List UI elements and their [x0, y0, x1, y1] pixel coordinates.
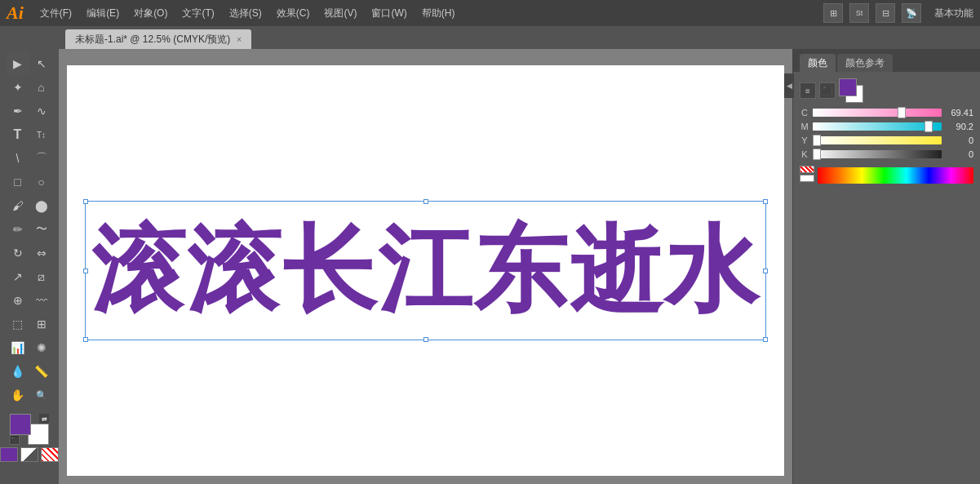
- color-swatch-area: ⇄ ⬛: [10, 414, 49, 445]
- menu-object[interactable]: 对象(O): [127, 5, 174, 22]
- tool-row-11: ⊕ 〰: [2, 289, 57, 312]
- k-slider-row: K 0: [800, 149, 973, 159]
- handle-top-left[interactable]: [83, 199, 88, 204]
- menu-icon-panels[interactable]: ⊟: [876, 3, 895, 23]
- menu-icon-st[interactable]: St: [849, 3, 869, 23]
- menu-items: 文件(F) 编辑(E) 对象(O) 文字(T) 选择(S) 效果(C) 视图(V…: [33, 5, 823, 22]
- handle-top-right[interactable]: [763, 199, 768, 204]
- lasso-tool[interactable]: ⌂: [30, 76, 53, 99]
- menu-icon-broadcast[interactable]: 📡: [902, 3, 921, 23]
- handle-bottom-right[interactable]: [763, 337, 768, 342]
- menu-icon-grid[interactable]: ⊞: [823, 3, 843, 23]
- pencil-tool[interactable]: ✏: [7, 218, 29, 241]
- c-label: C: [800, 108, 809, 118]
- warp-tool[interactable]: 〰: [30, 289, 53, 312]
- eyedropper-tool[interactable]: 💧: [7, 360, 29, 383]
- menu-help[interactable]: 帮助(H): [415, 5, 462, 22]
- blob-brush-tool[interactable]: ⬤: [30, 194, 53, 217]
- y-slider-row: Y 0: [800, 135, 973, 145]
- menu-select[interactable]: 选择(S): [223, 5, 268, 22]
- foreground-color-swatch[interactable]: [10, 414, 31, 435]
- shear-tool[interactable]: ⧄: [30, 265, 53, 288]
- measure-tool[interactable]: 📏: [30, 360, 53, 383]
- m-slider-track[interactable]: [813, 122, 942, 131]
- menu-bar: Ai 文件(F) 编辑(E) 对象(O) 文字(T) 选择(S) 效果(C) 视…: [0, 0, 980, 26]
- color-spectrum-bar[interactable]: [818, 167, 973, 184]
- selection-tool[interactable]: ▶: [7, 52, 29, 75]
- default-colors-icon[interactable]: ⬛: [10, 435, 20, 445]
- fg-color-sq[interactable]: [839, 78, 857, 96]
- rect-tool[interactable]: □: [7, 171, 29, 193]
- line-tool[interactable]: \: [7, 147, 29, 170]
- k-label: K: [800, 149, 809, 159]
- main-layout: ▶ ↖ ✦ ⌂ ✒ ∿ T T↕ \ ⌒ □ ○ 🖌 ⬤ ✏ 〜: [0, 49, 980, 484]
- free-transform-tool[interactable]: ⬚: [7, 313, 29, 335]
- m-slider-thumb[interactable]: [925, 121, 933, 132]
- zoom-tool[interactable]: 🔍: [30, 384, 53, 406]
- paintbrush-tool[interactable]: 🖌: [7, 194, 29, 217]
- document-tab[interactable]: 未标题-1.ai* @ 12.5% (CMYK/预览) ×: [65, 29, 251, 49]
- canvas-main-text[interactable]: 滚滚长江东逝水: [91, 207, 760, 334]
- menu-right-area: ⊞ St ⊟ 📡 基本功能: [823, 3, 973, 23]
- reflect-tool[interactable]: ⇔: [30, 242, 53, 264]
- tab-color-guide[interactable]: 颜色参考: [837, 54, 893, 72]
- tab-close-button[interactable]: ×: [237, 35, 242, 44]
- k-slider-track[interactable]: [813, 150, 942, 158]
- color-mode-row: [0, 447, 59, 462]
- bw-swatches: [800, 166, 814, 182]
- handle-bottom-center[interactable]: [423, 337, 428, 342]
- type-tool[interactable]: T: [7, 123, 29, 146]
- tool-row-13: 📊 ✺: [2, 336, 57, 359]
- menu-effect[interactable]: 效果(C): [270, 5, 317, 22]
- tab-title: 未标题-1.ai* @ 12.5% (CMYK/预览): [75, 33, 230, 47]
- white-swatch[interactable]: [800, 175, 814, 182]
- menu-view[interactable]: 视图(V): [317, 5, 363, 22]
- hand-tool[interactable]: ✋: [7, 384, 29, 406]
- magic-wand-tool[interactable]: ✦: [7, 76, 29, 99]
- canvas-area[interactable]: 滚滚长江东逝水: [59, 49, 792, 484]
- gradient-mode[interactable]: [20, 447, 38, 462]
- pen-tool[interactable]: ✒: [7, 100, 29, 122]
- rotate-tool[interactable]: ↻: [7, 242, 29, 264]
- handle-middle-right[interactable]: [763, 269, 768, 273]
- smooth-tool[interactable]: 〜: [30, 218, 53, 241]
- symbol-sprayer-tool[interactable]: ✺: [30, 336, 53, 359]
- menu-edit[interactable]: 编辑(E): [80, 5, 126, 22]
- no-fill-mode[interactable]: [41, 447, 59, 462]
- c-value: 69.41: [945, 108, 973, 118]
- tool-row-2: ✦ ⌂: [2, 76, 57, 99]
- chart-tool[interactable]: 📊: [7, 336, 29, 359]
- tool-row-6: □ ○: [2, 171, 57, 193]
- y-slider-thumb[interactable]: [813, 135, 821, 146]
- curvature-tool[interactable]: ∿: [30, 100, 53, 122]
- touch-type-tool[interactable]: T↕: [30, 123, 53, 146]
- k-slider-thumb[interactable]: [813, 149, 821, 160]
- shape-builder-tool[interactable]: ⊞: [30, 313, 53, 335]
- c-slider-thumb[interactable]: [898, 107, 906, 118]
- tool-row-4: T T↕: [2, 123, 57, 146]
- arc-tool[interactable]: ⌒: [30, 147, 53, 170]
- swap-colors-icon[interactable]: ⇄: [39, 414, 49, 424]
- tab-color[interactable]: 颜色: [800, 54, 836, 72]
- handle-middle-left[interactable]: [83, 269, 88, 273]
- workspace-label: 基本功能: [934, 7, 973, 20]
- panel-menu-icon[interactable]: ≡: [800, 82, 816, 99]
- ellipse-tool[interactable]: ○: [30, 171, 53, 193]
- m-value: 90.2: [945, 122, 973, 131]
- panel-spectrum-icon[interactable]: ⬛: [819, 82, 836, 99]
- c-slider-track[interactable]: [813, 109, 942, 117]
- menu-window[interactable]: 窗口(W): [365, 5, 413, 22]
- direct-selection-tool[interactable]: ↖: [30, 52, 53, 75]
- solid-color-mode[interactable]: [0, 447, 18, 462]
- y-slider-track[interactable]: [813, 136, 942, 144]
- scale-tool[interactable]: ↗: [7, 265, 29, 288]
- tool-row-3: ✒ ∿: [2, 100, 57, 122]
- tool-row-15: ✋ 🔍: [2, 384, 57, 406]
- panel-expand-icon[interactable]: ◀: [784, 73, 794, 98]
- none-swatch[interactable]: [800, 166, 814, 173]
- handle-top-center[interactable]: [423, 199, 428, 204]
- menu-file[interactable]: 文件(F): [33, 5, 78, 22]
- menu-type[interactable]: 文字(T): [175, 5, 220, 22]
- handle-bottom-left[interactable]: [83, 337, 88, 342]
- width-tool[interactable]: ⊕: [7, 289, 29, 312]
